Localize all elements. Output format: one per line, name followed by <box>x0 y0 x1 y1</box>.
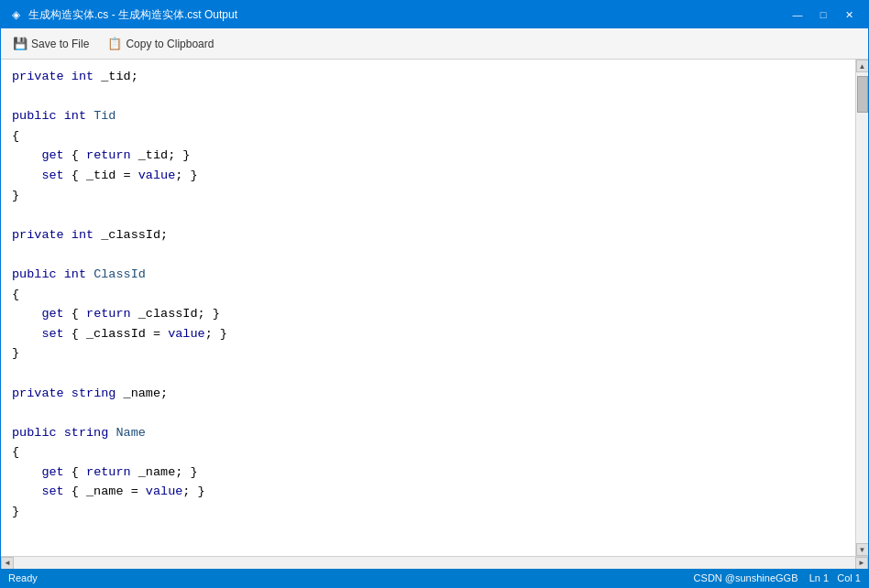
content-area: private int _tid; public int Tid{ get { … <box>1 60 868 556</box>
status-bar: Ready CSDN @sunshineGGB Ln 1 Col 1 <box>1 569 868 587</box>
ready-status: Ready <box>8 572 38 583</box>
scroll-right-arrow[interactable]: ► <box>855 557 868 570</box>
scroll-left-arrow[interactable]: ◄ <box>1 557 14 570</box>
scrollbar-vertical[interactable]: ▲ ▼ <box>855 60 868 556</box>
watermark: CSDN @sunshineGGB <box>694 572 798 583</box>
main-window: ◈ 生成构造实体.cs - 生成构造实体.cst Output — □ ✕ 💾 … <box>0 0 869 588</box>
scroll-thumb-vertical[interactable] <box>857 76 868 113</box>
minimize-button[interactable]: — <box>786 5 809 25</box>
copy-label: Copy to Clipboard <box>126 38 214 50</box>
status-right: CSDN @sunshineGGB Ln 1 Col 1 <box>694 572 861 583</box>
scrollbar-horizontal[interactable]: ◄ ► <box>1 556 868 569</box>
save-label: Save to File <box>31 38 89 50</box>
col-position: Col 1 <box>837 572 861 583</box>
scroll-track-vertical[interactable] <box>856 72 868 543</box>
app-icon: ◈ <box>8 7 23 22</box>
title-bar-controls: — □ ✕ <box>786 5 861 25</box>
close-button[interactable]: ✕ <box>837 5 861 25</box>
scroll-track-horizontal[interactable] <box>14 557 855 569</box>
copy-to-clipboard-button[interactable]: 📋 Copy to Clipboard <box>99 32 222 55</box>
save-to-file-button[interactable]: 💾 Save to File <box>5 32 97 55</box>
title-bar-left: ◈ 生成构造实体.cs - 生成构造实体.cst Output <box>8 7 237 23</box>
title-bar: ◈ 生成构造实体.cs - 生成构造实体.cst Output — □ ✕ <box>1 1 868 28</box>
scroll-down-arrow[interactable]: ▼ <box>856 543 869 556</box>
status-left: Ready <box>8 572 38 583</box>
scroll-up-arrow[interactable]: ▲ <box>856 60 869 72</box>
window-title: 生成构造实体.cs - 生成构造实体.cst Output <box>28 7 237 23</box>
code-editor[interactable]: private int _tid; public int Tid{ get { … <box>1 60 855 556</box>
maximize-button[interactable]: □ <box>811 5 835 25</box>
copy-icon: 📋 <box>107 37 122 50</box>
toolbar: 💾 Save to File 📋 Copy to Clipboard <box>1 28 868 60</box>
line-position: Ln 1 <box>809 572 829 583</box>
save-icon: 💾 <box>13 37 28 50</box>
